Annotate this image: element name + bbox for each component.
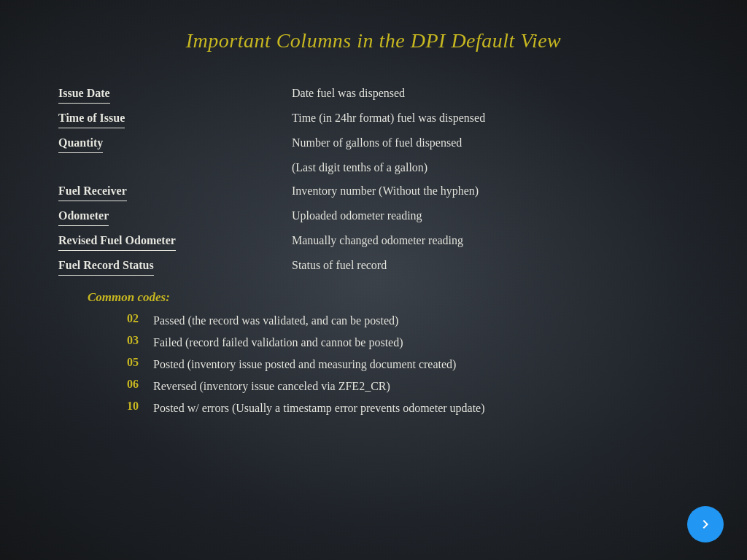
common-codes-section: Common codes: 02 Passed (the record was … (58, 290, 689, 417)
columns-table: Issue Date Date fuel was dispensed Time … (58, 82, 689, 279)
column-label-odometer: Odometer (58, 204, 292, 229)
columns-table-body: Issue Date Date fuel was dispensed Time … (58, 82, 689, 279)
column-label-time-of-issue: Time of Issue (58, 106, 292, 131)
code-desc-02: Passed (the record was validated, and ca… (153, 312, 398, 330)
empty-cell (58, 156, 292, 179)
code-number-10: 10 (102, 400, 139, 413)
column-desc-issue-date: Date fuel was dispensed (292, 82, 689, 106)
code-row-10: 10 Posted w/ errors (Usually a timestamp… (88, 400, 689, 417)
column-desc-fuel-receiver: Inventory number (Without the hyphen) (292, 179, 689, 204)
arrow-right-icon (697, 516, 714, 533)
code-desc-03: Failed (record failed validation and can… (153, 334, 403, 351)
main-container: Important Columns in the DPI Default Vie… (0, 0, 747, 451)
code-desc-05: Posted (inventory issue posted and measu… (153, 356, 456, 373)
code-row-03: 03 Failed (record failed validation and … (88, 334, 689, 351)
column-label-revised-fuel-odometer: Revised Fuel Odometer (58, 229, 292, 254)
table-row: Revised Fuel Odometer Manually changed o… (58, 229, 689, 254)
table-row: Odometer Uploaded odometer reading (58, 204, 689, 229)
column-desc-fuel-record-status: Status of fuel record (292, 254, 689, 279)
page-title: Important Columns in the DPI Default Vie… (58, 29, 689, 52)
column-label-issue-date: Issue Date (58, 82, 292, 106)
table-row-quantity-note: (Last digit tenths of a gallon) (58, 156, 689, 179)
column-label-fuel-record-status: Fuel Record Status (58, 254, 292, 279)
column-desc-quantity-note: (Last digit tenths of a gallon) (292, 156, 689, 179)
column-desc-revised-fuel-odometer: Manually changed odometer reading (292, 229, 689, 254)
column-desc-odometer: Uploaded odometer reading (292, 204, 689, 229)
code-number-03: 03 (102, 334, 139, 347)
table-row: Quantity Number of gallons of fuel dispe… (58, 131, 689, 156)
code-number-05: 05 (102, 356, 139, 369)
code-desc-06: Reversed (inventory issue canceled via Z… (153, 378, 390, 395)
code-desc-10: Posted w/ errors (Usually a timestamp er… (153, 400, 485, 417)
table-row: Fuel Receiver Inventory number (Without … (58, 179, 689, 204)
column-label-fuel-receiver: Fuel Receiver (58, 179, 292, 204)
common-codes-title: Common codes: (88, 290, 689, 305)
column-desc-time-of-issue: Time (in 24hr format) fuel was dispensed (292, 106, 689, 131)
column-desc-quantity: Number of gallons of fuel dispensed (292, 131, 689, 156)
code-row-05: 05 Posted (inventory issue posted and me… (88, 356, 689, 373)
next-button[interactable] (687, 506, 724, 542)
code-number-06: 06 (102, 378, 139, 391)
table-row: Fuel Record Status Status of fuel record (58, 254, 689, 279)
code-row-06: 06 Reversed (inventory issue canceled vi… (88, 378, 689, 395)
column-label-quantity: Quantity (58, 131, 292, 156)
table-row: Time of Issue Time (in 24hr format) fuel… (58, 106, 689, 131)
table-row: Issue Date Date fuel was dispensed (58, 82, 689, 106)
code-number-02: 02 (102, 312, 139, 325)
code-row-02: 02 Passed (the record was validated, and… (88, 312, 689, 330)
